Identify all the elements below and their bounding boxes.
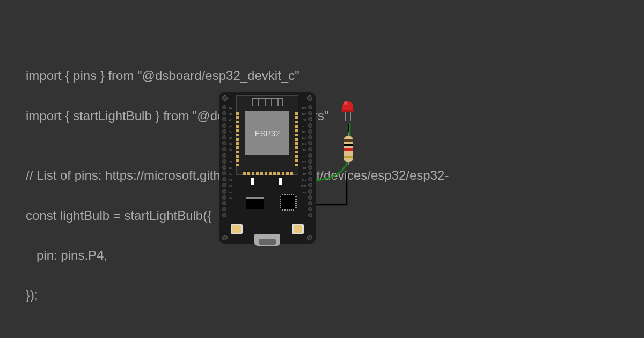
- chip-castellations: [295, 112, 298, 166]
- resistor-band-black: [344, 144, 353, 146]
- usb-uart-chip: [281, 195, 295, 209]
- pin-labels-left: 3V3ENVPVND34D35D32D33D25D26D27D14D12D13G…: [229, 105, 233, 201]
- code-line: import { pins } from "@dsboard/esp32_dev…: [26, 65, 644, 85]
- resistor-band-red: [344, 148, 353, 151]
- code-line: pin: pins.P4,: [26, 245, 644, 265]
- pin-header-right[interactable]: [308, 105, 312, 217]
- resistor-lead: [348, 162, 349, 165]
- chip-castellations: [243, 172, 293, 175]
- resistor-band-gold: [344, 156, 353, 158]
- mount-hole: [222, 235, 228, 240]
- resistor-component[interactable]: [343, 133, 353, 165]
- mount-hole: [307, 235, 312, 240]
- code-line: });: [26, 285, 644, 305]
- resistor-band-brown: [344, 139, 353, 142]
- chip-castellations: [236, 112, 239, 166]
- antenna-icon: [251, 98, 283, 107]
- voltage-regulator: [246, 197, 264, 209]
- svg-rect-1: [342, 106, 353, 111]
- pin-labels-right: D23D22TXRXD21D19D18D5TX2RX2D4D2D15GND3V3: [301, 105, 306, 195]
- enable-button[interactable]: [292, 224, 304, 234]
- micro-usb-port: [254, 234, 280, 246]
- resistor-body: [344, 136, 353, 162]
- mount-hole: [307, 95, 312, 101]
- chip-label: ESP32: [255, 129, 280, 138]
- svg-rect-2: [341, 110, 354, 112]
- code-line: const lightBulb = startLightBulb({: [26, 205, 644, 225]
- esp32-chip-module: ESP32: [236, 95, 298, 175]
- code-line: import { startLightBulb } from "@devices…: [26, 106, 644, 126]
- svg-point-3: [344, 101, 347, 105]
- code-editor: import { pins } from "@dsboard/esp32_dev…: [26, 46, 644, 338]
- esp32-devkit-board[interactable]: 3V3ENVPVND34D35D32D33D25D26D27D14D12D13G…: [219, 92, 316, 248]
- smd-component: [251, 178, 254, 185]
- pin-header-left[interactable]: [222, 105, 226, 217]
- mount-hole: [222, 95, 228, 101]
- boot-button[interactable]: [231, 224, 243, 234]
- led-icon: [339, 95, 356, 122]
- chip-shield: ESP32: [245, 111, 289, 155]
- code-line: // List of pins: https://microsoft.githu…: [26, 165, 644, 185]
- led-component[interactable]: [339, 95, 356, 124]
- smd-component: [279, 178, 282, 185]
